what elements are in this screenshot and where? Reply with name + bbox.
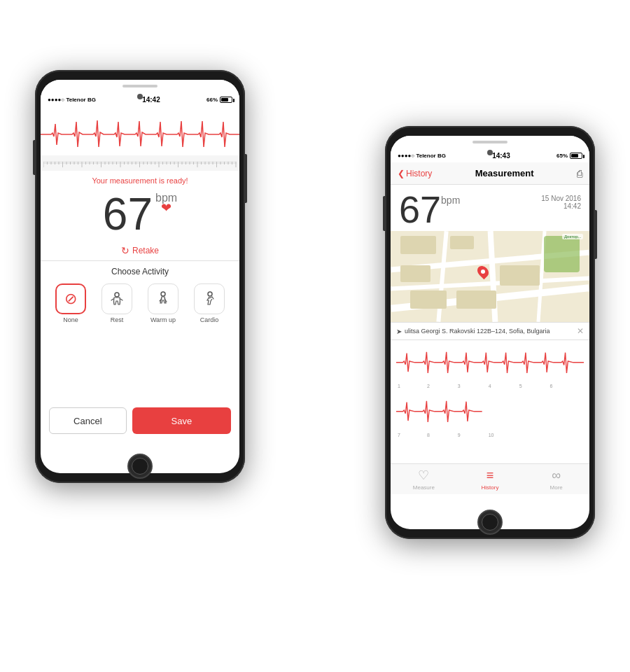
- nav-title: Measurement: [475, 168, 534, 178]
- right-notch: [391, 136, 589, 148]
- phone-left: ●●●●○ Telenor BG 14:42 66%: [35, 70, 245, 483]
- location-text: ulitsa Georgi S. Rakovski 122B–124, Sofi…: [405, 328, 574, 335]
- activity-none-label: None: [63, 316, 78, 323]
- choose-activity-label: Choose Activity: [41, 261, 239, 281]
- meas-date: 15 Nov 2016: [541, 195, 581, 202]
- left-ecg-chart: [41, 106, 239, 155]
- meas-time: 14:42: [541, 202, 581, 210]
- left-speaker: [122, 85, 158, 88]
- right-bpm-display: 67 bpm: [399, 190, 460, 228]
- tab-history-label: History: [482, 484, 499, 491]
- cancel-button[interactable]: Cancel: [49, 407, 127, 434]
- map-road-4: [436, 231, 448, 322]
- more-icon: ∞: [552, 468, 561, 483]
- back-button[interactable]: ❮ History: [398, 169, 432, 178]
- retake-label: Retake: [132, 246, 159, 255]
- activity-cardio-icon-box: [194, 284, 225, 314]
- right-home-inner: [482, 514, 498, 531]
- left-battery-icon: [220, 97, 232, 103]
- history-icon: ≡: [486, 468, 494, 483]
- left-battery-fill: [221, 98, 228, 102]
- right-time: 14:43: [492, 152, 510, 160]
- right-screen: ●●●●○ Telenor BG 14:43 65% ❮ History Mea…: [391, 136, 589, 529]
- right-ecg-svg-1: [396, 343, 584, 378]
- measurement-ready-text: Your measurement is ready!: [41, 171, 239, 188]
- map-green-park: [544, 236, 580, 272]
- measurement-header: 67 bpm 15 Nov 2016 14:42: [391, 185, 589, 231]
- svg-point-56: [208, 292, 212, 296]
- location-close-icon[interactable]: ✕: [577, 326, 584, 336]
- right-battery-icon: [570, 153, 582, 159]
- right-carrier: ●●●●○ Telenor BG: [398, 153, 446, 159]
- save-button[interactable]: Save: [132, 407, 231, 434]
- share-icon[interactable]: ⎙: [577, 168, 582, 179]
- location-bar: ➤ ulitsa Georgi S. Rakovski 122B–124, So…: [391, 322, 589, 340]
- tab-measure[interactable]: ♡ Measure: [391, 468, 457, 491]
- warmup-icon: [153, 289, 173, 309]
- right-battery-fill: [571, 154, 578, 158]
- activity-cardio-label: Cardio: [200, 316, 219, 323]
- activity-warmup-label: Warm up: [150, 316, 176, 323]
- left-ruler: for(let i=0;i<50;i++){ let x = i*6; let …: [41, 155, 239, 171]
- map-block-1: [400, 236, 436, 254]
- tab-more-label: More: [550, 484, 563, 491]
- right-nav-bar: ❮ History Measurement ⎙: [391, 162, 589, 185]
- back-chevron-icon: ❮: [398, 169, 405, 178]
- tab-more[interactable]: ∞ More: [523, 468, 589, 491]
- left-notch: [41, 80, 239, 92]
- right-home-button[interactable]: [477, 510, 503, 535]
- right-speaker: [472, 141, 507, 144]
- map-label-1: Доктор...: [562, 234, 584, 239]
- activity-warmup[interactable]: Warm up: [148, 284, 178, 323]
- retake-button[interactable]: ↻ Retake: [41, 241, 239, 260]
- map-block-2: [450, 236, 474, 250]
- right-tab-bar: ♡ Measure ≡ History ∞ More: [391, 463, 589, 494]
- map-block-5: [410, 290, 446, 309]
- retake-icon: ↻: [121, 245, 130, 256]
- svg-point-54: [115, 293, 119, 297]
- ruler-svg: for(let i=0;i<50;i++){ let x = i*6; let …: [43, 156, 237, 170]
- measurement-date: 15 Nov 2016 14:42: [541, 195, 581, 210]
- activity-none-icon-box: ⊘: [55, 284, 86, 314]
- map-block-3: [400, 265, 430, 281]
- right-ruler-1: 1 2 3 4 5 6: [396, 381, 584, 391]
- left-battery-pct: 66%: [206, 97, 218, 103]
- tab-measure-label: Measure: [413, 484, 435, 491]
- right-ecg-section-2: 7 8 9 10: [391, 391, 589, 440]
- left-bpm-display: 67 bpm ❤: [41, 188, 239, 241]
- map-background: Доктор...: [391, 231, 589, 322]
- left-bpm-number: 67: [103, 189, 153, 239]
- right-ruler-2: 7 8 9 10: [396, 430, 584, 440]
- right-camera: [487, 150, 493, 155]
- svg-point-55: [161, 292, 165, 296]
- right-ecg-section-1: 1 2 3 4 5 6: [391, 340, 589, 391]
- activity-cardio[interactable]: Cardio: [194, 284, 225, 323]
- right-battery-pct: 65%: [556, 153, 568, 159]
- map-block-6: [456, 290, 496, 309]
- map-container[interactable]: Доктор...: [391, 231, 589, 322]
- cardio-icon: [200, 289, 219, 309]
- left-ecg-svg: [41, 106, 239, 155]
- phone-right: ●●●●○ Telenor BG 14:43 65% ❮ History Mea…: [385, 126, 595, 539]
- measure-icon: ♡: [418, 468, 429, 483]
- activity-rest[interactable]: Rest: [102, 284, 132, 323]
- left-home-button[interactable]: [127, 454, 153, 479]
- rest-icon: [107, 289, 127, 309]
- left-carrier: ●●●●○ Telenor BG: [48, 97, 96, 103]
- tab-history[interactable]: ≡ History: [457, 468, 524, 491]
- left-status-right: 66%: [206, 97, 232, 103]
- activity-grid: ⊘ None Rest: [41, 281, 239, 329]
- location-arrow-icon: ➤: [396, 328, 402, 335]
- right-bpm-number: 67: [399, 190, 441, 228]
- right-ecg-svg-2: [396, 392, 584, 427]
- activity-warmup-icon-box: [148, 284, 178, 314]
- back-label: History: [406, 169, 432, 178]
- activity-none[interactable]: ⊘ None: [55, 284, 86, 323]
- activity-rest-label: Rest: [111, 316, 124, 323]
- map-road-5: [488, 231, 498, 322]
- map-pin: [475, 264, 491, 280]
- activity-none-icon: ⊘: [64, 290, 77, 308]
- action-buttons: Cancel Save: [41, 403, 239, 438]
- right-status-right: 65%: [556, 153, 582, 159]
- left-camera: [137, 94, 143, 99]
